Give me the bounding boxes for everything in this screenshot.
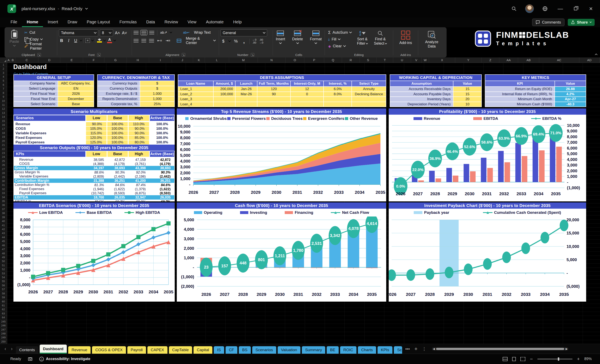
sheet-tab-scenarios[interactable]: Scenarios <box>252 346 276 354</box>
fill-color-button[interactable] <box>97 38 102 43</box>
debts-cell[interactable] <box>214 102 235 107</box>
sheet-tab-is[interactable]: IS <box>214 346 224 354</box>
delete-cells-button[interactable]: Delete <box>290 29 305 46</box>
row-header-14[interactable]: 14 <box>0 115 7 119</box>
user-avatar[interactable] <box>525 4 534 13</box>
row-header-10[interactable]: 10 <box>0 99 7 103</box>
clear-button[interactable]: ◈Clear <box>327 43 353 49</box>
debts-cell[interactable]: Loan_2 <box>178 92 213 97</box>
column-header-L[interactable]: L <box>205 57 229 63</box>
sheet-tab-valuation[interactable]: Valuation <box>278 346 300 354</box>
debts-cell[interactable] <box>352 97 386 102</box>
debts-cell[interactable]: Annuity <box>352 87 386 91</box>
decrease-indent-button[interactable]: ⇤≡ <box>157 39 162 43</box>
row-header-36[interactable]: 36 <box>0 203 7 207</box>
row-header-8[interactable]: 8 <box>0 91 7 95</box>
comma-format-button[interactable]: , <box>241 38 247 45</box>
column-header-C[interactable]: C <box>15 57 38 63</box>
sheet-tab-capital[interactable]: Capital <box>194 346 212 354</box>
copy-button[interactable]: Copy <box>23 36 56 43</box>
scroll-left-arrow[interactable]: ◀ <box>433 347 435 350</box>
debts-cell[interactable]: Declining Balance <box>352 92 386 97</box>
column-header-Y[interactable]: Y <box>455 57 481 63</box>
column-header-A[interactable]: A <box>7 57 10 63</box>
menu-tab-home[interactable]: Home <box>22 18 43 27</box>
row-header-60[interactable]: 60 <box>0 300 7 303</box>
row-value[interactable]: 10 <box>453 102 481 107</box>
row-header-24[interactable]: 24 <box>0 155 7 159</box>
multiplier-value[interactable]: 120.0% <box>86 136 106 140</box>
sheet-tab-revenue[interactable]: Revenue <box>68 346 91 354</box>
row-header-22[interactable]: 22 <box>0 147 7 151</box>
row-header-13[interactable]: 13 <box>0 111 7 115</box>
decrease-decimal-button[interactable]: .00→0 <box>259 38 263 44</box>
decrease-font-icon[interactable]: A˅ <box>122 31 127 35</box>
debts-cell[interactable]: 8.0% <box>324 92 351 97</box>
sheet-tab-contents[interactable]: Contents <box>16 346 38 354</box>
row-header-19[interactable]: 19 <box>0 135 7 139</box>
multiplier-value[interactable]: 105.0% <box>86 127 106 131</box>
row-header-57[interactable]: 57 <box>0 288 7 291</box>
column-header-E[interactable]: E <box>60 57 83 63</box>
row-header-42[interactable]: 42 <box>0 227 7 231</box>
column-header-F[interactable]: F <box>83 57 104 63</box>
row-header-21[interactable]: 21 <box>0 143 7 147</box>
row-value[interactable]: ABC Company Inc. <box>58 81 94 86</box>
row-header-16[interactable]: 16 <box>0 123 7 127</box>
zoom-level[interactable]: 89% <box>584 357 592 361</box>
row-header-248[interactable]: 248 <box>0 332 7 336</box>
row-value[interactable]: 4.2% <box>555 92 586 97</box>
debts-cell[interactable] <box>324 102 351 107</box>
debts-cell[interactable] <box>352 102 386 107</box>
tab-scroll-left-button[interactable]: ‹ <box>3 346 8 352</box>
row-header-46[interactable]: 46 <box>0 243 7 247</box>
menu-tab-formulas[interactable]: Formulas <box>115 18 141 27</box>
font-size-select[interactable]: 8 <box>100 29 113 36</box>
ebitda-scenarios-chart[interactable]: (1,000)-1,0002,0003,0004,0005,0006,0007,… <box>13 217 175 302</box>
insert-cells-button[interactable]: Insert <box>273 29 288 46</box>
sheet-tab-cf[interactable]: CF <box>225 346 237 354</box>
debts-cell[interactable]: 0 <box>291 92 324 97</box>
row-header-59[interactable]: 59 <box>0 295 7 299</box>
multiplier-value[interactable]: 125.0% <box>86 140 106 144</box>
debts-cell[interactable] <box>214 97 235 102</box>
row-value[interactable]: 15 <box>453 87 481 91</box>
paste-button[interactable]: Paste <box>7 29 21 48</box>
wrap-text-button[interactable]: Wrap Text <box>192 29 212 36</box>
column-header-AA[interactable]: AA <box>499 57 518 63</box>
font-color-button[interactable]: A <box>107 38 112 43</box>
row-header-15[interactable]: 15 <box>0 119 7 123</box>
debts-cell[interactable]: 100,000 <box>214 92 235 97</box>
row-header-7[interactable]: 7 <box>0 87 7 91</box>
analyze-data-button[interactable]: Analyze Data <box>420 29 443 50</box>
menu-tab-draw[interactable]: Draw <box>63 18 82 27</box>
sheet-tab-cogs-opex[interactable]: COGS & OPEX <box>92 346 126 354</box>
column-header-H[interactable]: H <box>127 57 149 63</box>
align-left-button[interactable] <box>133 39 139 42</box>
menu-tab-review[interactable]: Review <box>159 18 183 27</box>
row-value[interactable]: $ <box>140 86 174 91</box>
align-top-button[interactable] <box>133 31 139 34</box>
cash-flow-chart[interactable]: (2,000)(1,000)-1,0002,0003,0004,0005,000… <box>177 217 386 302</box>
row-header-53[interactable]: 53 <box>0 272 7 275</box>
row-header-55[interactable]: 55 <box>0 280 7 283</box>
column-header-Z[interactable]: Z <box>481 57 499 63</box>
page-layout-view-button[interactable] <box>512 357 516 361</box>
row-header-37[interactable]: 37 <box>0 207 7 211</box>
column-header-U[interactable]: U <box>393 57 411 63</box>
menu-tab-help[interactable]: Help <box>228 18 246 27</box>
profitability-chart[interactable]: (1,000)-1,0002,0003,0004,0005,0006,0007,… <box>389 122 586 201</box>
row-header-18[interactable]: 18 <box>0 131 7 135</box>
align-bottom-button[interactable] <box>149 31 154 34</box>
increase-decimal-button[interactable]: ←0.00 <box>252 38 256 44</box>
row-header-3[interactable]: 3 <box>0 71 7 75</box>
alignment-dialog-launcher[interactable]: ↘ <box>182 53 185 57</box>
row-header-25[interactable]: 25 <box>0 159 7 163</box>
row-header-246[interactable]: 246 <box>0 324 7 328</box>
column-header-V[interactable]: V <box>411 57 422 63</box>
row-header-20[interactable]: 20 <box>0 139 7 143</box>
row-header-2[interactable]: 2 <box>0 67 7 71</box>
menu-tab-automate[interactable]: Automate <box>201 18 228 27</box>
debts-cell[interactable] <box>324 97 351 102</box>
debts-cell[interactable]: Loan_3 <box>178 97 213 102</box>
